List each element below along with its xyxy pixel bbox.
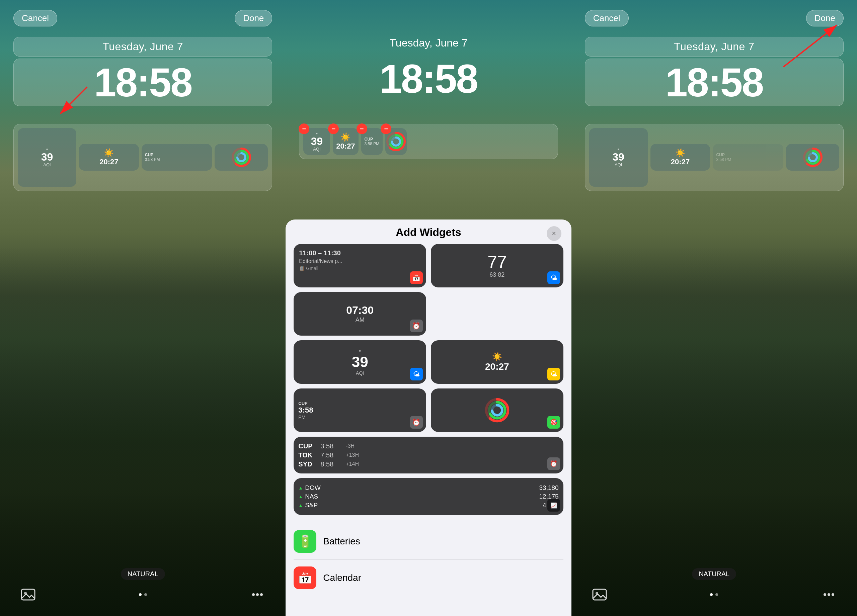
calendar-list-item[interactable]: 📅 Calendar bbox=[294, 560, 563, 596]
left-aqi-widget[interactable]: ● 39 AQI bbox=[18, 128, 76, 187]
right-rings-widget[interactable] bbox=[786, 144, 839, 171]
right-dot-1 bbox=[710, 593, 713, 596]
svg-point-10 bbox=[252, 593, 255, 596]
city-clock-time: 20:27 bbox=[485, 361, 509, 372]
left-aqi-label: AQI bbox=[43, 162, 51, 167]
right-page-dots bbox=[710, 587, 718, 603]
right-top-bar: Cancel Done bbox=[571, 10, 857, 26]
right-more-icon[interactable] bbox=[821, 587, 837, 603]
right-natural-label: NATURAL bbox=[692, 568, 736, 580]
stock-nas-name: ▲ NAS bbox=[298, 493, 318, 500]
stock-row-nas: ▲ NAS 12,175 bbox=[298, 493, 558, 500]
right-date-widget[interactable]: Tuesday, June 7 bbox=[585, 37, 844, 57]
left-cup-city: CUP bbox=[145, 153, 153, 157]
left-rings-widget[interactable] bbox=[215, 144, 268, 171]
right-aqi-label: AQI bbox=[615, 162, 622, 167]
left-natural-label: NATURAL bbox=[121, 568, 165, 580]
tz-cup-city: CUP bbox=[298, 442, 315, 450]
cup-clock-badge: ⏰ bbox=[410, 416, 423, 429]
right-panel: Cancel Done Tuesday, June 7 18:58 ● 39 A… bbox=[571, 0, 857, 616]
city-clock-sun: ☀️ bbox=[492, 352, 502, 361]
left-cup-clock-widget[interactable]: CUP 3:58 PM bbox=[142, 144, 212, 171]
right-cancel-button[interactable]: Cancel bbox=[585, 10, 629, 26]
tz-tok-time: 7:58 bbox=[320, 451, 340, 459]
batteries-list-item[interactable]: 🔋 Batteries bbox=[294, 523, 563, 560]
left-aqi-value: 39 bbox=[41, 151, 53, 162]
svg-point-36 bbox=[828, 593, 830, 596]
cup-clock-city: CUP bbox=[298, 401, 307, 406]
tz-syd-time: 8:58 bbox=[320, 460, 340, 468]
left-more-icon[interactable] bbox=[249, 587, 266, 603]
left-dot-2 bbox=[144, 593, 147, 596]
right-dot-2 bbox=[715, 593, 718, 596]
svg-point-37 bbox=[832, 593, 834, 596]
city-clock-widget[interactable]: ☀️ 20:27 🌤 bbox=[431, 340, 563, 384]
right-date-text: Tuesday, June 7 bbox=[674, 40, 755, 52]
left-date-text: Tuesday, June 7 bbox=[102, 40, 183, 52]
stocks-badge: 📈 bbox=[548, 499, 560, 512]
left-cup-time: 3:58 PM bbox=[145, 157, 160, 162]
calendar-widget[interactable]: 11:00 – 11:30 Editorial/News p... 📋 Gmai… bbox=[294, 244, 426, 287]
middle-panel: Tuesday, June 7 18:58 − ● 39 AQI − ☀️ 20… bbox=[286, 0, 571, 616]
weather-widget[interactable]: 77 63 82 🌤 bbox=[431, 244, 563, 287]
left-cancel-button[interactable]: Cancel bbox=[13, 10, 57, 26]
stocks-widget[interactable]: ▲ DOW 33,180 ▲ NAS 12,175 bbox=[294, 478, 563, 515]
clock-time: 07:30 bbox=[346, 304, 374, 316]
left-widgets-row: ● 39 AQI ☀️ 20:27 CUP 3:58 PM bbox=[13, 124, 272, 191]
left-dot-1 bbox=[139, 593, 142, 596]
svg-rect-33 bbox=[593, 589, 606, 600]
right-time-text: 18:58 bbox=[665, 60, 763, 105]
add-widgets-modal: Add Widgets × 11:00 – 11:30 Editorial/Ne… bbox=[286, 219, 571, 616]
aqi-badge: 🌤 bbox=[410, 368, 423, 380]
timezone-widget[interactable]: CUP 3:58 -3H TOK 7:58 +13H SYD 8:58 bbox=[294, 437, 563, 474]
rings-widget-grid[interactable]: 🎯 bbox=[431, 389, 563, 432]
tz-syd-offset: +14H bbox=[346, 461, 359, 467]
left-city-clock-time: 20:27 bbox=[99, 157, 118, 166]
left-panel: Cancel Done Tuesday, June 7 18:58 ● 39 A… bbox=[0, 0, 286, 616]
right-aqi-widget[interactable]: ● 39 AQI bbox=[589, 128, 648, 187]
weather-range: 63 82 bbox=[489, 271, 504, 278]
clock-badge: ⏰ bbox=[410, 320, 423, 332]
city-clock-badge: 🌤 bbox=[548, 368, 560, 380]
left-bottom-icons bbox=[0, 587, 286, 603]
sun-icon: ☀️ bbox=[104, 148, 114, 157]
right-wallpaper-icon[interactable] bbox=[591, 587, 608, 603]
tz-row-tok: TOK 7:58 +13H bbox=[298, 451, 359, 459]
weather-temp: 77 bbox=[487, 253, 507, 271]
right-done-button[interactable]: Done bbox=[806, 10, 844, 26]
svg-point-11 bbox=[256, 593, 259, 596]
left-wallpaper-icon[interactable] bbox=[20, 587, 36, 603]
right-sun-icon: ☀️ bbox=[675, 148, 685, 157]
clock-widget[interactable]: 07:30 AM ⏰ bbox=[294, 292, 426, 336]
tz-tok-offset: +13H bbox=[346, 452, 359, 458]
tz-widget-content: CUP 3:58 -3H TOK 7:58 +13H SYD 8:58 bbox=[298, 442, 558, 468]
right-time-widget[interactable]: 18:58 bbox=[585, 59, 844, 106]
right-widgets-row: ● 39 AQI ☀️ 20:27 CUP 3:58 PM bbox=[585, 124, 844, 191]
right-cup-clock-widget[interactable]: CUP 3:58 PM bbox=[713, 144, 783, 171]
tz-syd-city: SYD bbox=[298, 460, 315, 468]
modal-close-button[interactable]: × bbox=[547, 226, 562, 241]
cal-event-name: Editorial/News p... bbox=[299, 258, 342, 264]
left-top-bar: Cancel Done bbox=[0, 10, 286, 26]
cal-event-time: 11:00 – 11:30 bbox=[299, 249, 341, 257]
calendar-icon: 📅 bbox=[294, 567, 316, 589]
tz-cup-time: 3:58 bbox=[320, 442, 340, 450]
left-done-button[interactable]: Done bbox=[235, 10, 272, 26]
right-bottom-bar: NATURAL bbox=[571, 568, 857, 603]
tz-tok-city: TOK bbox=[298, 451, 315, 459]
right-city-clock-widget[interactable]: ☀️ 20:27 bbox=[650, 144, 710, 171]
widget-list: 🔋 Batteries 📅 Calendar bbox=[286, 523, 571, 596]
cup-clock-ampm: PM bbox=[298, 415, 305, 420]
aqi-widget[interactable]: ● 39 AQI 🌤 bbox=[294, 340, 426, 384]
left-date-widget[interactable]: Tuesday, June 7 bbox=[13, 37, 272, 57]
cup-clock-time: 3:58 bbox=[298, 406, 313, 415]
left-page-dots bbox=[139, 587, 147, 603]
cup-clock-widget[interactable]: CUP 3:58 PM ⏰ bbox=[294, 389, 426, 432]
left-time-widget[interactable]: 18:58 bbox=[13, 59, 272, 106]
tz-badge: ⏰ bbox=[548, 457, 560, 470]
stock-row-dow: ▲ DOW 33,180 bbox=[298, 484, 558, 491]
left-city-clock-widget[interactable]: ☀️ 20:27 bbox=[79, 144, 139, 171]
rings-badge: 🎯 bbox=[548, 416, 560, 429]
right-cup-city: CUP bbox=[716, 153, 724, 157]
weather-badge: 🌤 bbox=[548, 271, 560, 284]
